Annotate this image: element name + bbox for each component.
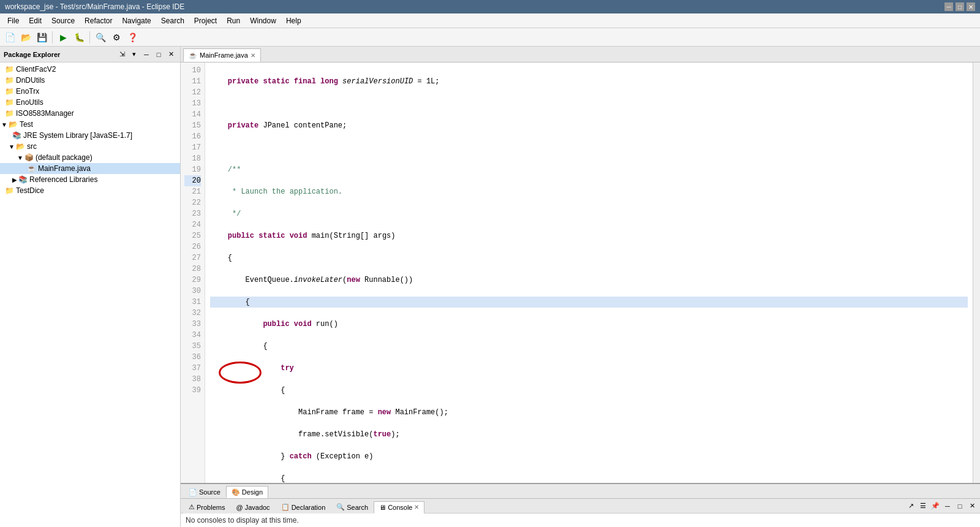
tree-item-enoutils[interactable]: 📁 EnoUtils	[0, 97, 180, 108]
pe-max-button[interactable]: □	[153, 49, 164, 60]
search-label: Search	[347, 504, 368, 511]
pe-min-button[interactable]: ─	[141, 49, 152, 60]
code-editor[interactable]: private static final long serialVersionU…	[205, 63, 973, 483]
editor-area: ☕ MainFrame.java ✕ 1011121314 1516171819…	[181, 47, 980, 483]
tree-item-default-package[interactable]: ▼ 📦 (default package)	[0, 152, 180, 163]
editor-column: ☕ MainFrame.java ✕ 1011121314 1516171819…	[181, 47, 980, 527]
code-line	[210, 142, 968, 153]
toolbar: 📄 📂 💾 ▶ 🐛 🔍 ⚙ ❓	[0, 28, 980, 47]
close-button[interactable]: ✕	[967, 2, 975, 11]
code-line: */	[210, 208, 968, 219]
main-layout: Package Explorer ⇲ ▾ ─ □ ✕ 📁 ClientFacV2…	[0, 47, 980, 527]
folder-src-icon: 📂	[16, 142, 25, 151]
title-bar: workspace_jse - Test/src/MainFrame.java …	[0, 0, 980, 13]
console-view-menu[interactable]: ☰	[918, 501, 929, 512]
tree-item-test[interactable]: ▼ 📂 Test	[0, 119, 180, 130]
code-line: * Launch the application.	[210, 186, 968, 197]
console-close-icon[interactable]: ✕	[414, 504, 419, 510]
debug-button[interactable]: 🐛	[72, 30, 86, 45]
console-icon: 🖥	[379, 504, 386, 511]
pe-tree: 📁 ClientFacV2 📁 DnDUtils 📁 EnoTrx 📁 EnoU…	[0, 63, 180, 527]
minimize-button[interactable]: ─	[944, 2, 953, 11]
pe-actions: ⇲ ▾ ─ □ ✕	[116, 49, 176, 60]
code-line: try	[210, 363, 968, 374]
package-explorer-panel: Package Explorer ⇲ ▾ ─ □ ✕ 📁 ClientFacV2…	[0, 47, 181, 527]
editor-tab-mainframe[interactable]: ☕ MainFrame.java ✕	[183, 48, 261, 62]
tree-item-dndutils[interactable]: 📁 DnDUtils	[0, 75, 180, 86]
problems-tab[interactable]: ⚠ Problems	[183, 501, 230, 514]
library2-icon: 📚	[18, 175, 28, 184]
problems-icon: ⚠	[189, 503, 195, 511]
editor-tabs: ☕ MainFrame.java ✕	[181, 47, 980, 63]
problems-label: Problems	[197, 504, 225, 511]
tree-item-iso8583[interactable]: 📁 ISO8583Manager	[0, 108, 180, 119]
vertical-scrollbar[interactable]	[973, 63, 980, 483]
menu-project[interactable]: Project	[189, 15, 222, 26]
tree-item-jre[interactable]: 📚 JRE System Library [JavaSE-1.7]	[0, 130, 180, 141]
package-icon: 📦	[24, 153, 34, 162]
save-button[interactable]: 💾	[34, 30, 49, 45]
code-line: public static void main(String[] args)	[210, 230, 968, 241]
javadoc-icon: @	[236, 504, 243, 511]
settings-button[interactable]: ⚙	[109, 30, 124, 45]
search-tab[interactable]: 🔍 Search	[331, 501, 374, 514]
menu-search[interactable]: Search	[156, 15, 189, 26]
folder-open-icon: 📂	[9, 120, 18, 129]
javadoc-tab[interactable]: @ Javadoc	[230, 501, 275, 514]
tree-item-clientfacv2[interactable]: 📁 ClientFacV2	[0, 64, 180, 75]
code-line	[210, 98, 968, 109]
menu-refactor[interactable]: Refactor	[80, 15, 117, 26]
folder-icon: 📁	[5, 87, 14, 96]
code-line-highlighted: {	[210, 297, 968, 308]
design-tab-icon: 🎨	[232, 488, 240, 496]
pe-collapse-button[interactable]: ⇲	[116, 49, 127, 60]
javadoc-label: Javadoc	[245, 504, 270, 511]
code-line: private JPanel contentPane;	[210, 120, 968, 131]
code-line: {	[210, 473, 968, 483]
pe-menu-button[interactable]: ▾	[129, 49, 140, 60]
bottom-panel: 📄 Source 🎨 Design ⚠ Problems @	[181, 483, 980, 527]
menu-edit[interactable]: Edit	[24, 15, 47, 26]
maximize-button[interactable]: □	[956, 2, 964, 11]
console-tabs-left: ⚠ Problems @ Javadoc 📋 Declaration 🔍 Sea…	[183, 499, 424, 514]
new-button[interactable]: 📄	[2, 30, 17, 45]
source-tab-icon: 📄	[189, 488, 197, 496]
tree-item-mainframe[interactable]: ☕ MainFrame.java	[0, 163, 180, 174]
search-icon: 🔍	[336, 503, 345, 511]
menu-help[interactable]: Help	[281, 15, 306, 26]
tree-item-referenced-libraries[interactable]: ▶ 📚 Referenced Libraries	[0, 174, 180, 185]
console-max-button[interactable]: □	[954, 501, 965, 512]
menu-window[interactable]: Window	[245, 15, 281, 26]
pe-close-button[interactable]: ✕	[165, 49, 176, 60]
folder-testdice-icon: 📁	[5, 186, 14, 195]
tree-item-testdice[interactable]: 📁 TestDice	[0, 185, 180, 196]
tree-item-enotrx[interactable]: 📁 EnoTrx	[0, 86, 180, 97]
source-tab[interactable]: 📄 Source	[183, 486, 226, 498]
package-explorer-title: Package Explorer	[4, 51, 114, 58]
folder-icon: 📁	[5, 98, 14, 107]
console-content: No consoles to display at this time.	[181, 514, 980, 527]
expand-icon-pkg: ▼	[17, 154, 23, 161]
close-icon[interactable]: ✕	[251, 52, 255, 59]
design-tab[interactable]: 🎨 Design	[226, 486, 268, 498]
menu-navigate[interactable]: Navigate	[117, 15, 156, 26]
open-button[interactable]: 📂	[18, 30, 33, 45]
code-wrapper: 1011121314 1516171819 20 2122232425 2627…	[181, 63, 980, 483]
open-console-button[interactable]: ↗	[905, 501, 916, 512]
console-pin-button[interactable]: 📌	[930, 501, 941, 512]
run-button[interactable]: ▶	[56, 30, 70, 45]
help-toolbar-button[interactable]: ❓	[125, 30, 140, 45]
code-line: public void run()	[210, 319, 968, 330]
console-tab[interactable]: 🖥 Console ✕	[374, 501, 424, 514]
console-min-button[interactable]: ─	[942, 501, 953, 512]
code-line: {	[210, 252, 968, 264]
declaration-tab[interactable]: 📋 Declaration	[276, 501, 331, 514]
console-close-btn[interactable]: ✕	[967, 501, 978, 512]
code-line: /**	[210, 164, 968, 175]
menu-source[interactable]: Source	[47, 15, 80, 26]
source-design-tabs: 📄 Source 🎨 Design	[181, 484, 980, 499]
search-toolbar-button[interactable]: 🔍	[93, 30, 108, 45]
tree-item-src[interactable]: ▼ 📂 src	[0, 141, 180, 152]
menu-file[interactable]: File	[2, 15, 24, 26]
menu-run[interactable]: Run	[222, 15, 245, 26]
